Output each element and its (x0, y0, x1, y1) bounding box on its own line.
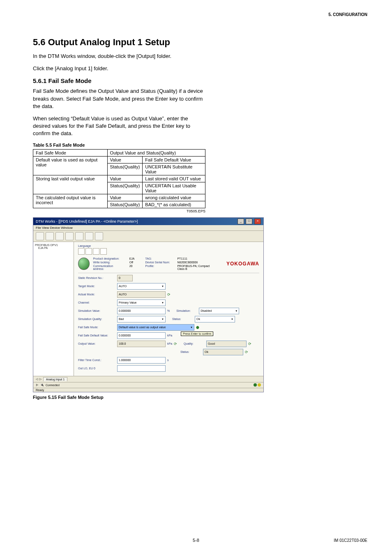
row-filter-time: Filter Time Const.: 1.000000 s (78, 357, 259, 364)
label: Filter Time Const.: (78, 359, 117, 362)
channel-select[interactable]: Primary Value▼ (117, 299, 166, 306)
toolbar-button[interactable] (75, 232, 83, 240)
label: Fail Safe Default Value: (78, 334, 117, 337)
toolbar-button[interactable] (55, 232, 64, 240)
sim-quality-select[interactable]: Bad▼ (117, 316, 166, 322)
cell-k: Status(Quality) (107, 182, 143, 194)
toolbar-button[interactable] (95, 232, 103, 240)
cell-v: Fail Safe Default Value (143, 156, 205, 163)
sim-value-input[interactable]: 0.000000 (117, 308, 166, 314)
label: Target Mode: (78, 285, 117, 288)
tab-nav-icon[interactable]: ▷ (39, 378, 42, 381)
static-rev-field: 0 (117, 275, 133, 281)
dtm-menubar[interactable]: File View Device Window (33, 225, 263, 231)
row-target-mode: Target Mode: AUTO▼ (78, 283, 259, 290)
info-label: Communication address: (93, 265, 122, 270)
label: Out LO, EU 0 (78, 367, 117, 370)
toolbar-button[interactable] (36, 232, 44, 240)
para-1: In the DTM Works window, double-click th… (33, 53, 205, 60)
toolbar-button[interactable] (65, 232, 74, 240)
th-mode: Fail Safe Mode (33, 149, 108, 156)
filter-time-input[interactable]: 1.000000 (117, 357, 166, 364)
cell-mode: The calculated output value is incorrect (33, 194, 108, 208)
device-globe-icon (78, 258, 90, 270)
plug-icon: 🔌 (40, 383, 44, 387)
refresh-icon[interactable]: ⟳ (174, 342, 177, 346)
heading-sub: 5.6.1 Fail Safe Mode (33, 77, 367, 84)
led-green-icon (254, 383, 257, 387)
info-value: Off (129, 261, 135, 264)
chevron-down-icon: ▼ (161, 283, 164, 289)
refresh-icon[interactable]: ⟳ (248, 342, 251, 346)
dtm-tabs: ◁ ▷ Analog Input 1 (33, 376, 263, 382)
close-icon[interactable]: × (254, 219, 261, 224)
sim-enable-select[interactable]: Disabled▼ (199, 308, 239, 314)
panel-icon[interactable] (85, 248, 92, 255)
brand-logo: YOKOGAWA (226, 261, 259, 267)
tab-analog-input-1[interactable]: Analog Input 1 (43, 377, 67, 381)
device-info-grid: Product designation:EJA Write locking:Of… (93, 257, 142, 270)
row-sim-quality: Simulation Quality: Bad▼ Status: Ok▼ (78, 316, 259, 322)
panel-icon[interactable] (78, 248, 85, 255)
th-output: Output Value and Status(Quality) (107, 149, 205, 156)
cell-k: Status(Quality) (107, 163, 143, 175)
info-value: N8200CB00006 (177, 261, 216, 264)
label: Status: (172, 318, 195, 320)
flag-icon: 🏳 (36, 384, 39, 387)
status-field: Ok (203, 349, 243, 355)
maximize-icon[interactable]: □ (246, 219, 252, 224)
label: Actual Mode: (78, 293, 117, 296)
failsafe-table: Fail Safe Mode Output Value and Status(Q… (33, 149, 205, 208)
toolbar-button[interactable] (46, 232, 54, 240)
toolbar-button[interactable] (85, 232, 93, 240)
unit: kPa (167, 334, 172, 337)
tree-child[interactable]: EJA PA (35, 246, 72, 249)
status-leds (254, 383, 261, 387)
info-label: TAG: (145, 257, 170, 260)
unit: % (167, 309, 170, 312)
dtm-ready: Ready (33, 388, 263, 392)
chevron-down-icon: ▼ (231, 316, 233, 322)
language-label: Language (78, 244, 259, 247)
out-lo-input[interactable] (117, 365, 166, 372)
actual-mode-field: AUTO (117, 291, 166, 298)
row-channel: Channel: Primary Value▼ (78, 299, 259, 306)
dtm-title: DTM Works - [[PDS Undefined] EJA PA - <O… (36, 219, 138, 223)
info-value: 20 (129, 265, 135, 270)
panel-icon[interactable] (93, 248, 99, 255)
table-row: Storing last valid output value Value La… (33, 175, 205, 182)
cell-v: UNCERTAIN Last Usable Value (143, 182, 205, 194)
dtm-body: PROFIBUS DPV1 EJA PA Language Product de… (33, 242, 263, 376)
dtm-titlebar[interactable]: DTM Works - [[PDS Undefined] EJA PA - <O… (33, 218, 263, 225)
row-fail-safe-default: Fail Safe Default Value: 0.000000 kPa Pr… (78, 332, 259, 339)
cell-v: Last stored valid OUT value (143, 175, 205, 182)
refresh-icon[interactable]: ⟳ (167, 292, 171, 297)
sim-status-select[interactable]: Ok▼ (195, 316, 235, 322)
label: Quality: (184, 342, 206, 345)
row-fail-safe-mode: Fail Safe Mode: Default value is used as… (78, 324, 259, 331)
fail-safe-default-input[interactable]: 0.000000 (117, 332, 166, 339)
cell-k: Status(Quality) (107, 201, 143, 208)
tree-root[interactable]: PROFIBUS DPV1 (35, 244, 72, 246)
header-section: 5. CONFIGURATION (328, 12, 367, 17)
target-mode-select[interactable]: AUTO▼ (117, 283, 166, 290)
dtm-statusbar: 🏳 🔌 Connected (33, 382, 263, 388)
row-output-value: Output Value: 100.0 kPa ⟳ Quality: Good … (78, 341, 259, 347)
fail-safe-mode-select[interactable]: Default value is used as output value▼ (117, 324, 194, 331)
connected-label: Connected (46, 384, 60, 387)
device-info-grid-2: TAG:PT1111 Device Serial Num:N8200CB0000… (145, 257, 223, 270)
unit: kPa (167, 342, 172, 345)
panel-icon[interactable] (100, 248, 107, 255)
dtm-tree[interactable]: PROFIBUS DPV1 EJA PA (33, 242, 74, 376)
para-3: Fail Safe Mode defines the Output Value … (33, 88, 205, 110)
row-actual-mode: Actual Mode: AUTO ⟳ (78, 291, 259, 298)
label: Simulation Value: (78, 309, 117, 312)
heading-main: 5.6 Output Analog Input 1 Setup (33, 37, 367, 48)
chevron-down-icon: ▼ (235, 308, 238, 314)
label: Status: (180, 350, 203, 353)
refresh-icon[interactable]: ⟳ (245, 350, 248, 354)
para-4: When selecting “Default Value is used as… (33, 115, 205, 138)
apply-icon[interactable]: ⬤ (196, 326, 199, 329)
minimize-icon[interactable]: _ (238, 219, 244, 224)
tab-nav-icon[interactable]: ◁ (36, 378, 38, 381)
